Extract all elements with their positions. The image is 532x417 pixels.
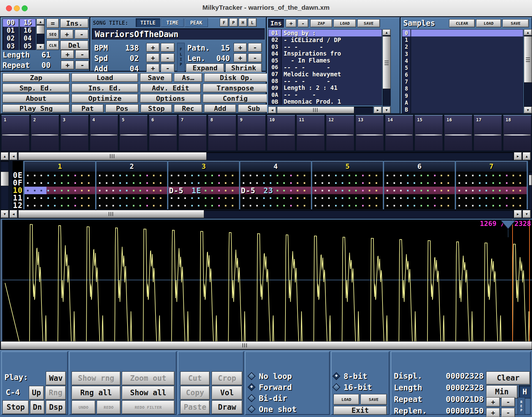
length-minus-button[interactable]: - xyxy=(75,50,89,59)
tab-peak[interactable]: PEAK xyxy=(185,18,208,27)
pattern-cell[interactable] xyxy=(96,202,167,209)
loop-mode-forward[interactable]: Forward xyxy=(248,382,296,392)
channel-scope[interactable]: 18 xyxy=(503,115,531,151)
channel-scope[interactable]: 2 xyxy=(31,115,59,151)
order-insert-button[interactable]: Ins. xyxy=(60,19,89,28)
pattern-scroll-left2-icon[interactable]: ◀ xyxy=(9,210,18,218)
sample-row[interactable]: B xyxy=(402,106,523,113)
repeat-len-plus-button[interactable]: + xyxy=(486,408,500,417)
menu-button-load[interactable]: Load xyxy=(72,73,138,82)
pattern-cell[interactable] xyxy=(456,202,527,209)
pattern-vscroll-thumb-right[interactable] xyxy=(529,175,532,185)
crop-button[interactable]: Crop xyxy=(212,371,242,385)
menu-button-play-sng[interactable]: Play Sng xyxy=(3,104,70,112)
instrument-row[interactable]: 0BDemoniac Prod. 1 xyxy=(269,98,382,105)
instrument-row[interactable]: 01Song by : xyxy=(269,30,382,36)
channel-scope[interactable]: 15 xyxy=(415,115,443,151)
pattern-cell[interactable] xyxy=(312,202,383,209)
mini-button-l[interactable]: L xyxy=(248,18,257,27)
order-position-list[interactable]: 00010203 xyxy=(3,19,19,50)
pattern-channel-header[interactable]: 4 xyxy=(240,161,311,172)
sample-row[interactable]: 4 xyxy=(402,58,523,64)
stop-button[interactable]: Stop xyxy=(3,400,29,414)
pattern-cell[interactable] xyxy=(456,187,527,194)
instrument-row[interactable]: 05 - In Flames xyxy=(269,57,382,64)
pattern-scroll-right2-icon[interactable]: ▶ xyxy=(514,210,522,218)
add-plus-button[interactable]: + xyxy=(146,64,160,73)
order-row-position[interactable]: 00 xyxy=(3,19,19,27)
patn-plus-button[interactable]: + xyxy=(234,43,247,52)
menu-button-smp-ed[interactable]: Smp. Ed. xyxy=(3,84,70,92)
pattern-cell[interactable] xyxy=(384,179,455,187)
order-scroll-down-icon[interactable]: ▼ xyxy=(36,44,45,50)
show-all-button[interactable]: Show all xyxy=(122,386,175,400)
mini-button-f[interactable]: F xyxy=(220,18,228,27)
pattern-cell[interactable] xyxy=(312,194,383,202)
samples-load-button[interactable]: LOAD xyxy=(476,19,501,27)
waveform-scroll-thumb[interactable] xyxy=(1,341,532,349)
repeat-start-minus-button[interactable]: - xyxy=(501,397,515,407)
pattern-cell[interactable] xyxy=(168,202,239,209)
sample-row[interactable]: 7 xyxy=(402,78,523,85)
pattern-cell[interactable] xyxy=(240,179,311,187)
sample-row[interactable]: 8 xyxy=(402,85,523,92)
song-title-input[interactable]: WarriorsOfTheDawn xyxy=(92,28,265,40)
pattern-cell[interactable] xyxy=(24,194,95,202)
repeat-minus-button[interactable]: - xyxy=(75,61,89,69)
menu-button-save[interactable]: Save xyxy=(140,73,172,82)
pattern-cell[interactable] xyxy=(312,172,383,179)
sample-row[interactable]: 9 xyxy=(402,92,523,99)
pattern-cell[interactable]: D-51E xyxy=(168,187,239,194)
min-button[interactable]: Min xyxy=(486,385,518,398)
menu-button-options[interactable]: Options xyxy=(140,94,201,103)
menu-button-disk-op[interactable]: Disk Op. xyxy=(204,73,269,82)
pattern-cell[interactable] xyxy=(456,179,527,187)
sample-row[interactable]: 5 xyxy=(402,64,523,71)
menu-button-adv-edit[interactable]: Adv. Edit xyxy=(140,84,201,92)
paste-button[interactable]: Paste xyxy=(180,400,210,414)
wav-button[interactable]: Wav xyxy=(46,371,66,385)
channel-scope[interactable]: 8 xyxy=(208,115,236,151)
pattern-cell[interactable] xyxy=(24,172,95,179)
pattern-cell[interactable] xyxy=(96,172,167,179)
samples-scroll-thumb[interactable] xyxy=(524,36,532,83)
menu-button-stop[interactable]: Stop xyxy=(141,104,172,112)
repeat-plus-button[interactable]: + xyxy=(61,61,74,69)
pattern-cell[interactable] xyxy=(24,202,95,209)
menu-button-ins-ed[interactable]: Ins. Ed. xyxy=(72,84,138,92)
ins-hscroll-thumb[interactable] xyxy=(277,107,354,113)
instrument-row[interactable]: 0A-- - - xyxy=(269,91,382,98)
sample-row[interactable]: A xyxy=(402,99,523,106)
cut-button[interactable]: Cut xyxy=(180,371,210,385)
bit-mode-8-bit[interactable]: 8-bit xyxy=(333,371,372,381)
spd-plus-button[interactable]: + xyxy=(146,53,160,62)
ins-minus-button[interactable]: - xyxy=(298,19,308,27)
instrument-row[interactable]: 07Melodic heavymet xyxy=(269,71,382,78)
bit-mode-16-bit[interactable]: 16-bit xyxy=(333,382,372,392)
ins-load-button[interactable]: LOAD xyxy=(334,19,356,27)
channel-scope[interactable]: 1 xyxy=(1,115,30,151)
menu-button-sub[interactable]: Sub xyxy=(238,104,269,112)
sample-row[interactable]: 6 xyxy=(402,71,523,78)
channel-scope[interactable]: 11 xyxy=(296,115,325,151)
instrument-row[interactable]: 08-- - - - xyxy=(269,78,382,85)
order-row-pattern[interactable]: 04 xyxy=(20,35,35,42)
mini-button-h[interactable]: H xyxy=(239,18,247,27)
instrument-row[interactable]: 03-- - - xyxy=(269,43,382,50)
pattern-scroll-left-icon[interactable]: ◀ xyxy=(9,152,18,160)
exit-button[interactable]: Exit xyxy=(334,406,387,415)
order-seq-button[interactable]: SEQ xyxy=(46,30,59,39)
tab-time[interactable]: TIME xyxy=(161,18,184,27)
sample-waveform[interactable] xyxy=(3,220,532,341)
pattern-cell[interactable] xyxy=(312,179,383,187)
order-minus-button[interactable]: - xyxy=(75,30,89,39)
menu-button-as[interactable]: As… xyxy=(174,73,202,82)
pattern-cell[interactable] xyxy=(168,179,239,187)
ins-scroll-down-icon[interactable]: ▼ xyxy=(383,107,391,113)
ins-scroll-thumb[interactable] xyxy=(383,36,391,89)
rng-all-button[interactable]: Rng all xyxy=(72,386,121,400)
order-scroll-thumb[interactable] xyxy=(36,25,45,34)
order-row-position[interactable]: 02 xyxy=(3,35,19,42)
order-row-pattern[interactable]: 05 xyxy=(20,42,35,50)
order-row-pattern[interactable]: 16 xyxy=(20,27,35,35)
